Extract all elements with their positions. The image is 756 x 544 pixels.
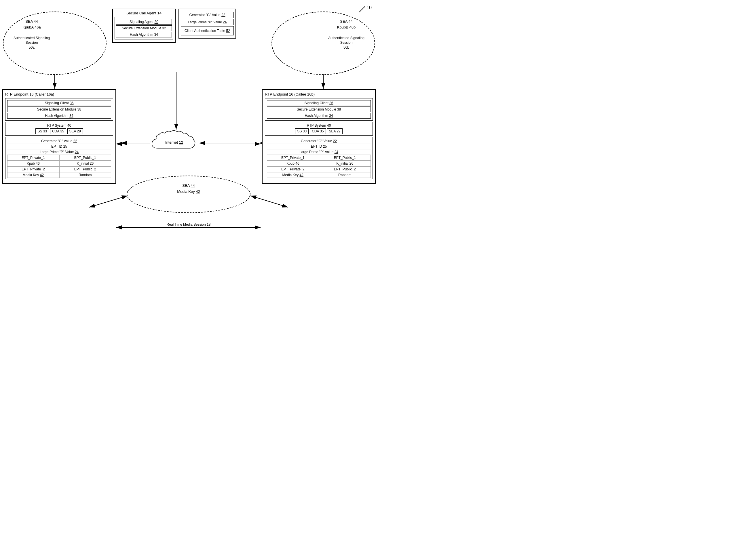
ellipse-left-text: SEA 44 KpubA 46a Authenticated Signaling…: [9, 19, 55, 50]
rtp-left-ept-pub1: EPT_Public_1: [59, 155, 111, 161]
rtp-left-ept2-row: EPT_Private_2 EPT_Public_2: [7, 166, 111, 172]
rtp-right-ept2-row: EPT_Private_2 EPT_Public_2: [267, 166, 371, 172]
rtp-box-right: RTP Endpoint 16 (Callee 16b) Signaling C…: [262, 89, 376, 184]
diagram: 10 SEA 44 KpubA 46a Authenticated Signal…: [0, 0, 378, 272]
rtp-right-ept-pub2: EPT_Public_2: [319, 166, 371, 172]
rtp-left-kpub-row: Kpub 46 K_initial 26: [7, 161, 111, 166]
svg-text:Internet 12: Internet 12: [165, 140, 183, 144]
rtp-left-data-box: Generator "G" Value 22 EPT ID 25 Large P…: [5, 137, 113, 179]
cat-item: Client Authentication Table 52: [181, 26, 234, 35]
rtp-left-media-key: Media Key 42: [7, 172, 59, 178]
rtp-left-cda: CDA 35: [50, 128, 66, 134]
rtp-right-sig-client: Signaling Client 36: [267, 100, 371, 106]
rtp-left-ept-priv1: EPT_Private_1: [7, 155, 59, 161]
rtp-right-data-box: Generator "G" Value 22 EPT ID 25 Large P…: [265, 137, 373, 179]
rtp-right-large-p: Large Prime "P" Value 24: [267, 149, 371, 155]
rtp-right-kpub: Kpub 46: [267, 161, 319, 166]
rtp-left-random: Random: [59, 172, 111, 178]
rtp-right-ss: SS 33: [295, 128, 309, 134]
rtp-left-title: RTP Endpoint 16 (Caller 16a): [5, 92, 113, 96]
rtp-left-sea: SEA 29: [67, 128, 83, 134]
rtp-left-ept-pub2: EPT_Public_2: [59, 166, 111, 172]
rtp-left-large-p: Large Prime "P" Value 24: [7, 149, 111, 155]
svg-line-12: [359, 6, 365, 12]
rtp-right-sig-group: Signaling Client 36 Secure Extension Mod…: [265, 98, 373, 121]
real-time-session-label: Real Time Media Session 18: [127, 222, 250, 227]
rtp-left-rtp-system: RTP System 40 SS 33 CDA 35 SEA 29: [5, 122, 113, 136]
rtp-left-k-init: K_initial 26: [59, 161, 111, 166]
cloud-svg: Internet 12: [149, 128, 200, 155]
rtp-right-ept-pub1: EPT_Public_1: [319, 155, 371, 161]
svg-line-10: [250, 196, 288, 207]
rtp-left-ept-priv2: EPT_Private_2: [7, 166, 59, 172]
sca-title: Secure Call Agent 14: [115, 11, 173, 15]
rtp-right-random: Random: [319, 172, 371, 178]
gen-g-item: Generator "G" Value 22: [181, 12, 234, 18]
rtp-right-ept-priv1: EPT_Private_1: [267, 155, 319, 161]
rtp-left-rtp-sys-title: RTP System 40: [7, 123, 111, 128]
ref-number: 10: [366, 5, 372, 10]
rtp-right-hash-algo: Hash Algorithm 34: [267, 113, 371, 119]
rtp-right-rtp-sys-title: RTP System 40: [267, 123, 371, 128]
rtp-right-title: RTP Endpoint 16 (Callee 16b): [265, 92, 373, 96]
internet-cloud: Internet 12: [149, 128, 200, 155]
sca-inner-group: Signaling Agent 30 Secure Extension Modu…: [115, 17, 173, 39]
svg-line-9: [89, 196, 128, 207]
rtp-right-sea: SEA 29: [327, 128, 343, 134]
rtp-right-secure-ext: Secure Extension Module 38: [267, 106, 371, 112]
rtp-left-secure-ext: Secure Extension Module 38: [7, 106, 111, 112]
rtp-right-gen-g: Generator "G" Value 22: [267, 138, 371, 144]
secure-ext-item: Secure Extension Module 32: [116, 25, 172, 31]
rtp-right-rtp-system: RTP System 40 SS 33 CDA 35 SEA 29: [265, 122, 373, 136]
rtp-left-hash-algo: Hash Algorithm 34: [7, 113, 111, 119]
rtp-left-sub-row: SS 33 CDA 35 SEA 29: [7, 128, 111, 134]
rtp-right-media-key: Media Key 42: [267, 172, 319, 178]
rtp-right-media-row: Media Key 42 Random: [267, 172, 371, 178]
rtp-left-ept-id: EPT ID 25: [7, 144, 111, 149]
rtp-box-left: RTP Endpoint 16 (Caller 16a) Signaling C…: [2, 89, 116, 184]
rtp-right-kpub-row: Kpub 46 K_initial 26: [267, 161, 371, 166]
rtp-right-sub-row: SS 33 CDA 35 SEA 29: [267, 128, 371, 134]
rtp-left-gen-g: Generator "G" Value 22: [7, 138, 111, 144]
rtp-right-k-init: K_initial 26: [319, 161, 371, 166]
rtp-left-ss: SS 33: [35, 128, 49, 134]
rtp-left-sig-client: Signaling Client 36: [7, 100, 111, 106]
rtp-right-ept-id: EPT ID 25: [267, 144, 371, 149]
signaling-agent-item: Signaling Agent 30: [116, 19, 172, 25]
rtp-left-ept1-row: EPT_Private_1 EPT_Public_1: [7, 155, 111, 161]
large-p-item: Large Prime "P" Value 24: [181, 19, 234, 25]
ellipse-right-text: SEA 44 KpubB 46b Authenticated Signaling…: [323, 19, 369, 50]
gen-box: Generator "G" Value 22 Large Prime "P" V…: [178, 9, 236, 39]
hash-algo-item: Hash Algorithm 34: [116, 32, 172, 37]
ellipse-media-text: SEA 44 Media Key 42: [150, 183, 227, 195]
rtp-left-kpub: Kpub 46: [7, 161, 59, 166]
rtp-right-ept-priv2: EPT_Private_2: [267, 166, 319, 172]
sca-box: Secure Call Agent 14 Signaling Agent 30 …: [112, 9, 176, 43]
rtp-left-media-row: Media Key 42 Random: [7, 172, 111, 178]
rtp-left-sig-group: Signaling Client 36 Secure Extension Mod…: [5, 98, 113, 121]
rtp-right-cda: CDA 35: [310, 128, 326, 134]
rtp-right-ept1-row: EPT_Private_1 EPT_Public_1: [267, 155, 371, 161]
